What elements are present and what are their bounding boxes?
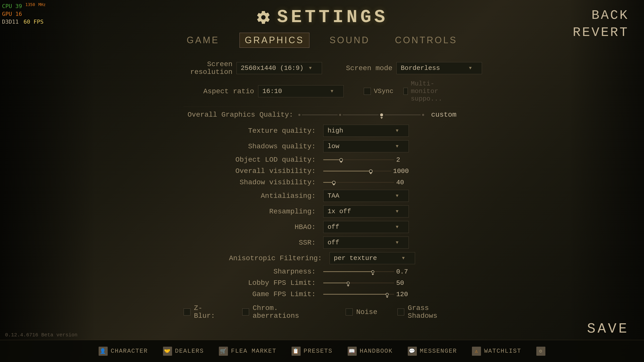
texture-quality-arrow: ▼ bbox=[396, 128, 398, 133]
resampling-row: Resampling: 1x off ▼ bbox=[184, 205, 460, 217]
gear-icon bbox=[256, 10, 271, 25]
shadows-quality-label: Shadows quality: bbox=[235, 143, 316, 150]
taskbar-flea-market[interactable]: 🛒 FLEA MARKET bbox=[219, 347, 276, 356]
messenger-icon: 💬 bbox=[408, 347, 417, 356]
texture-quality-dropdown[interactable]: high ▼ bbox=[323, 125, 409, 137]
shadows-quality-row: Shadows quality: low ▼ bbox=[184, 140, 460, 152]
chrom-aberrations-item[interactable]: Chrom. aberrations bbox=[242, 304, 326, 320]
flea-market-icon: 🛒 bbox=[219, 347, 228, 356]
game-fps-slider[interactable]: 120 bbox=[323, 291, 409, 298]
game-fps-row: Game FPS Limit: 120 bbox=[184, 290, 460, 298]
noise-item[interactable]: Noise bbox=[346, 304, 377, 320]
watchlist-label: WATCHLIST bbox=[484, 348, 521, 354]
resampling-value: 1x off bbox=[328, 208, 351, 215]
ssr-dropdown[interactable]: off ▼ bbox=[323, 237, 409, 249]
tab-game[interactable]: GAME bbox=[182, 33, 224, 48]
antialiasing-arrow: ▼ bbox=[396, 193, 398, 198]
game-fps-value: 120 bbox=[396, 291, 409, 298]
settings-header: SETTINGS bbox=[0, 0, 644, 28]
save-button[interactable]: SAVE bbox=[587, 321, 629, 337]
overall-quality-track[interactable] bbox=[298, 113, 424, 116]
resampling-arrow: ▼ bbox=[396, 209, 398, 214]
antialiasing-dropdown[interactable]: TAA ▼ bbox=[323, 190, 409, 202]
screen-mode-dropdown[interactable]: Borderless ▼ bbox=[396, 62, 482, 74]
tab-controls[interactable]: CONTROLS bbox=[390, 33, 462, 48]
object-lod-slider[interactable]: 2 bbox=[323, 156, 409, 164]
shadow-visibility-slider[interactable]: 40 bbox=[323, 179, 409, 186]
taskbar-presets[interactable]: 📋 PRESETS bbox=[292, 347, 333, 356]
overall-visibility-row: Overall visibility: 1000 bbox=[184, 167, 460, 175]
aspect-ratio-value: 16:10 bbox=[262, 87, 282, 95]
zblur-checkbox-item[interactable]: Z-Blur: bbox=[184, 304, 222, 320]
taskbar-character[interactable]: 👤 CHARACTER bbox=[99, 347, 148, 356]
flea-market-label: FLEA MARKET bbox=[231, 348, 276, 354]
grass-shadows-item[interactable]: Grass Shadows bbox=[397, 304, 460, 320]
tab-graphics[interactable]: GRAPHICS bbox=[239, 33, 309, 48]
anisotropic-arrow: ▼ bbox=[402, 256, 405, 261]
ssr-row: SSR: off ▼ bbox=[184, 237, 460, 249]
resampling-dropdown[interactable]: 1x off ▼ bbox=[323, 205, 409, 217]
overall-quality-label: Overall Graphics Quality: bbox=[188, 111, 293, 119]
overall-visibility-slider[interactable]: 1000 bbox=[323, 167, 409, 175]
screen-resolution-dropdown[interactable]: 644x362 (16:9) ▼ bbox=[236, 62, 322, 74]
antialiasing-value: TAA bbox=[328, 192, 339, 200]
sharpness-row: Sharpness: 0.7 bbox=[184, 268, 460, 276]
sharpness-slider[interactable]: 0.7 bbox=[323, 268, 409, 276]
taskbar-messenger[interactable]: 💬 MESSENGER bbox=[408, 347, 457, 356]
hbao-label: HBAO: bbox=[235, 223, 316, 231]
taskbar-watchlist[interactable]: ⚠ WATCHLIST bbox=[472, 347, 521, 356]
vsync-checkbox-row[interactable]: VSync bbox=[364, 87, 393, 95]
taskbar-dealers[interactable]: 🤝 DEALERS bbox=[163, 347, 204, 356]
shadows-quality-dropdown[interactable]: low ▼ bbox=[323, 140, 409, 152]
aspect-ratio-dropdown[interactable]: 16:10 ▼ bbox=[258, 85, 344, 97]
messenger-label: MESSENGER bbox=[420, 348, 457, 354]
watchlist-icon: ⚠ bbox=[472, 347, 481, 356]
screen-mode-arrow: ▼ bbox=[469, 66, 472, 71]
main-content: Screen resolution 644x362 (16:9) ▼ Scr… bbox=[184, 48, 460, 325]
ssr-arrow: ▼ bbox=[396, 240, 398, 245]
lobby-fps-slider[interactable]: 50 bbox=[323, 279, 409, 287]
zblur-checkbox[interactable] bbox=[184, 308, 190, 315]
overall-visibility-label: Overall visibility: bbox=[235, 167, 316, 175]
sharpness-value: 0.7 bbox=[396, 268, 409, 276]
object-lod-label: Object LOD quality: bbox=[235, 156, 316, 164]
overall-quality-row: Overall Graphics Quality: custom bbox=[184, 111, 460, 119]
lobby-fps-row: Lobby FPS Limit: 50 bbox=[184, 279, 460, 287]
character-label: CHARACTER bbox=[111, 348, 148, 354]
vsync-checkbox[interactable] bbox=[364, 88, 371, 95]
hbao-dropdown[interactable]: off ▼ bbox=[323, 221, 409, 233]
texture-quality-label: Texture quality: bbox=[235, 127, 316, 135]
screen-resolution-value: 644x362 (16:9) bbox=[241, 64, 304, 72]
noise-checkbox[interactable] bbox=[346, 308, 353, 315]
handbook-icon: 📖 bbox=[348, 347, 357, 356]
settings-icon: ⚙ bbox=[536, 347, 545, 356]
antialiasing-row: Antialiasing: TAA ▼ bbox=[184, 190, 460, 202]
anisotropic-dropdown[interactable]: per texture ▼ bbox=[330, 252, 415, 264]
shadows-quality-arrow: ▼ bbox=[396, 144, 398, 149]
grass-shadows-checkbox[interactable] bbox=[397, 308, 404, 315]
taskbar-handbook[interactable]: 📖 HANDBOOK bbox=[348, 347, 393, 356]
screen-resolution-arrow: ▼ bbox=[309, 66, 312, 71]
game-fps-label: Game FPS Limit: bbox=[235, 290, 316, 298]
tab-bar: GAME GRAPHICS SOUND CONTROLS bbox=[0, 33, 644, 48]
shadow-visibility-value: 40 bbox=[396, 179, 409, 186]
chrom-aberrations-checkbox[interactable] bbox=[242, 308, 249, 315]
handbook-label: HANDBOOK bbox=[360, 348, 393, 354]
object-lod-row: Object LOD quality: 2 bbox=[184, 156, 460, 164]
settings-title: SETTINGS bbox=[256, 7, 388, 28]
taskbar-settings-icon[interactable]: ⚙ bbox=[536, 347, 545, 356]
chrom-aberrations-label: Chrom. aberrations bbox=[253, 304, 326, 320]
multi-monitor-checkbox bbox=[404, 88, 408, 95]
screen-resolution-label: Screen resolution bbox=[162, 60, 232, 76]
hbao-row: HBAO: off ▼ bbox=[184, 221, 460, 233]
version-text: 0.12.4.6716 Beta version bbox=[5, 332, 77, 338]
tab-sound[interactable]: SOUND bbox=[325, 33, 375, 48]
lobby-fps-label: Lobby FPS Limit: bbox=[235, 279, 316, 287]
antialiasing-label: Antialiasing: bbox=[235, 192, 316, 200]
ssr-label: SSR: bbox=[235, 239, 316, 247]
object-lod-value: 2 bbox=[396, 156, 409, 164]
hbao-arrow: ▼ bbox=[396, 224, 398, 230]
texture-quality-row: Texture quality: high ▼ bbox=[184, 125, 460, 137]
overall-visibility-value: 1000 bbox=[393, 167, 409, 175]
taskbar: 👤 CHARACTER 🤝 DEALERS 🛒 FLEA MARKET 📋 PR… bbox=[0, 340, 644, 362]
